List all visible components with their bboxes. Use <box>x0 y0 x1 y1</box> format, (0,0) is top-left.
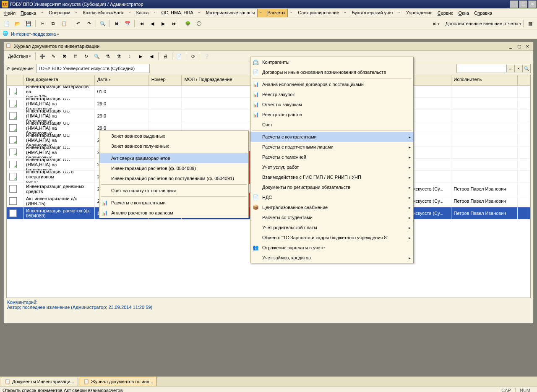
menu-item[interactable]: 📄Договоры и иные основания возникновения… <box>250 67 413 77</box>
extra-field[interactable]: … × 🔍 <box>456 64 531 73</box>
nav-up-icon[interactable]: ⇈ <box>70 51 80 61</box>
grid-icon[interactable]: ▦ <box>525 18 535 29</box>
post-icon[interactable]: ▶ <box>136 51 146 61</box>
menu-item[interactable]: 📊Анализ расчетов по авансам <box>99 208 248 218</box>
menu-item[interactable]: Учет займов, кредитов <box>250 253 413 263</box>
institution-input[interactable] <box>37 65 149 72</box>
mark-delete-icon[interactable]: ✖ <box>59 51 69 61</box>
edit-icon[interactable]: ✎ <box>48 51 58 61</box>
menu-правка[interactable]: Правка <box>18 10 39 16</box>
col-0[interactable] <box>7 75 23 85</box>
report-icon[interactable]: 📄 <box>174 51 184 61</box>
copy-icon[interactable]: ⧉ <box>48 18 58 29</box>
col-3[interactable]: Номер <box>149 75 182 85</box>
taskbar-item[interactable]: 📋Документы Инвентаризаци... <box>1 377 78 386</box>
find-icon[interactable]: 🔍 <box>92 51 102 61</box>
menu-item[interactable]: Документы по регистрации обязательств <box>250 182 413 192</box>
help2-icon[interactable]: ❔ <box>202 51 212 61</box>
win-max-button[interactable]: ▢ <box>515 43 523 50</box>
calc-icon[interactable]: 🖩 <box>112 18 122 29</box>
undo-icon[interactable]: ↶ <box>73 18 83 29</box>
new-icon[interactable]: 📄 <box>2 18 12 29</box>
refresh-date-icon[interactable]: ↻ <box>81 51 91 61</box>
menu-item[interactable]: Расчеты с контрагентами <box>250 132 413 142</box>
lookup-button[interactable]: 🔍 <box>522 65 530 72</box>
menu-item[interactable]: Взаимодействие с ГИС ГМП / ИС РНИП / УНП <box>250 172 413 182</box>
menu-item[interactable]: Расчеты с подотчетными лицами <box>250 142 413 152</box>
menu-файл[interactable]: Файл <box>2 10 18 16</box>
nav-last-icon[interactable]: ⏭ <box>169 18 179 29</box>
external-reports-link[interactable]: Дополнительные внешние отчеты <box>446 21 521 26</box>
filter-off-icon[interactable]: ⚗̷ <box>114 51 124 61</box>
menu-санкционирование[interactable]: ▫Санкционирование <box>288 9 341 17</box>
menu-ос-нма-нпа[interactable]: ▫ОС, НМА, НПА <box>151 9 196 17</box>
open-icon[interactable]: 📂 <box>13 18 23 29</box>
win-min-button[interactable]: _ <box>507 43 514 50</box>
internet-support-link[interactable]: Интернет-поддержка <box>11 31 59 37</box>
paste-icon[interactable]: 📋 <box>59 18 69 29</box>
menu-item[interactable]: 📄НДС <box>250 192 413 202</box>
menu-item[interactable]: Зачет авансов выданных <box>99 131 248 141</box>
menu-item[interactable]: 📊Отчет по закупкам <box>250 99 413 110</box>
nav-next-icon[interactable]: ▶ <box>158 18 168 29</box>
sort-icon[interactable]: ↕ <box>125 51 135 61</box>
minimize-button[interactable]: _ <box>510 0 518 8</box>
col-2[interactable]: Дата <box>95 75 149 85</box>
col-1[interactable]: Вид документа <box>23 75 95 85</box>
win-close-button[interactable]: ✕ <box>524 43 531 50</box>
menu-item[interactable]: Обмен с "1С:Зарплата и кадры бюджетного … <box>250 233 413 243</box>
unpost-icon[interactable]: ◀ <box>146 51 156 61</box>
clear-button[interactable]: × <box>514 65 522 72</box>
add-icon[interactable]: ➕ <box>37 51 47 61</box>
menu-материальные-запасы[interactable]: ▫Материальные запасы <box>196 9 258 17</box>
menu-item[interactable]: 📊Расчеты с контрагентами <box>99 198 248 208</box>
menu-сервис[interactable]: Сервис <box>435 10 456 16</box>
print-icon[interactable]: 🖨 <box>160 51 170 61</box>
extra-input[interactable] <box>457 65 506 72</box>
menu-расчеты[interactable]: ▫Расчеты <box>257 9 288 17</box>
refresh-icon[interactable]: ⟳ <box>188 51 198 61</box>
menu-бухгалтерский-учет[interactable]: ▫Бухгалтерский учет <box>342 9 396 17</box>
menu-item[interactable]: Расчеты с таможней <box>250 152 413 162</box>
menu-item[interactable]: Счет <box>250 120 413 130</box>
menu-item[interactable]: 📊Анализ исполнения договоров с поставщик… <box>250 79 413 89</box>
toolbar-extra-item[interactable]: ю <box>433 21 440 26</box>
search-icon[interactable]: 🔍 <box>98 18 108 29</box>
menu-окна[interactable]: Окна <box>456 10 472 16</box>
menu-справка[interactable]: Справка <box>472 10 495 16</box>
close-button[interactable]: ✕ <box>528 0 537 8</box>
filter-icon[interactable]: ⚗ <box>103 51 113 61</box>
col-7[interactable]: Исполнитель <box>451 75 518 85</box>
menu-операции[interactable]: ▫Операции <box>39 9 73 17</box>
taskbar-item[interactable]: 📋Журнал документов по инв... <box>80 377 157 386</box>
menu-item[interactable]: 📇Контрагенты <box>250 57 413 67</box>
menu-item[interactable]: Учет родительской платы <box>250 222 413 233</box>
menu-касса[interactable]: ▫Касса <box>126 9 151 17</box>
menu-item[interactable]: 👥Отражение зарплаты в учете <box>250 243 413 253</box>
save-icon[interactable]: 💾 <box>23 18 34 29</box>
nav-prev-icon[interactable]: ◀ <box>147 18 157 29</box>
menu-item[interactable]: Инвентаризация расчетов (ф. 0504089) <box>99 163 248 173</box>
menu-item[interactable]: 📊Реестр контрактов <box>250 110 413 120</box>
menu-item[interactable]: 📦Централизованное снабжение <box>250 202 413 212</box>
menu-item[interactable]: 📊Реестр закупок <box>250 89 413 99</box>
ellipsis-button[interactable]: … <box>506 65 514 72</box>
institution-field[interactable] <box>36 64 150 73</box>
redo-icon[interactable]: ↷ <box>84 18 94 29</box>
menu-казначейство-банк[interactable]: ▫Казначейство/Банк <box>73 9 126 17</box>
calendar-icon[interactable]: 📅 <box>123 18 133 29</box>
nav-first-icon[interactable]: ⏮ <box>136 18 146 29</box>
menu-учреждение[interactable]: ▫Учреждение <box>396 9 435 17</box>
actions-menu[interactable]: Действия <box>5 53 34 60</box>
col-8[interactable] <box>518 75 530 85</box>
menu-item[interactable]: Зачет авансов полученных <box>99 141 248 151</box>
help-icon[interactable]: ⓘ <box>194 18 204 29</box>
menu-item[interactable]: Акт сверки взаиморасчетов <box>99 153 248 163</box>
menu-item[interactable]: Расчеты со студентами <box>250 212 413 222</box>
tree-icon[interactable]: 🌳 <box>183 18 193 29</box>
menu-item[interactable]: Инвентаризация расчетов по поступлениям … <box>99 173 248 183</box>
menu-item[interactable]: Счет на оплату от поставщика <box>99 186 248 196</box>
cut-icon[interactable]: ✂ <box>37 18 47 29</box>
restore-button[interactable]: ▢ <box>519 0 527 8</box>
menu-item[interactable]: Учет услуг, работ <box>250 162 413 172</box>
